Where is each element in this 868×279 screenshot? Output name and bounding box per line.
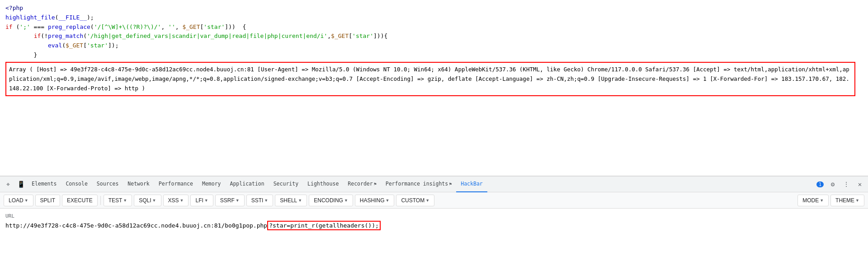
tab-performance[interactable]: Performance bbox=[154, 176, 198, 192]
tab-security[interactable]: Security bbox=[269, 176, 303, 192]
device-icon[interactable]: 📱 bbox=[14, 178, 27, 191]
recorder-icon: ⚑ bbox=[374, 181, 377, 186]
sqli-arrow: ▼ bbox=[152, 198, 156, 203]
more-options-icon[interactable]: ⋮ bbox=[840, 178, 853, 191]
hackbar-toolbar: LOAD▼ SPLIT EXECUTE TEST▼ SQLI▼ XSS▼ LFI… bbox=[0, 192, 868, 209]
xss-button[interactable]: XSS▼ bbox=[163, 195, 189, 206]
encoding-arrow: ▼ bbox=[344, 198, 348, 203]
tab-lighthouse[interactable]: Lighthouse bbox=[303, 176, 343, 192]
tab-elements[interactable]: Elements bbox=[27, 176, 61, 192]
mode-arrow: ▼ bbox=[820, 198, 824, 203]
tab-memory[interactable]: Memory bbox=[198, 176, 226, 192]
sqli-button[interactable]: SQLI▼ bbox=[134, 195, 161, 206]
test-arrow: ▼ bbox=[123, 198, 127, 203]
theme-arrow: ▼ bbox=[855, 198, 859, 203]
notification-badge: 1 bbox=[816, 181, 824, 187]
code-line-1: <?php bbox=[5, 4, 863, 13]
performance-insights-icon: ⚑ bbox=[449, 181, 452, 186]
hashing-button[interactable]: HASHING▼ bbox=[355, 195, 395, 206]
split-button[interactable]: SPLIT bbox=[35, 195, 60, 206]
url-area: URL http://49e3f728-c4c8-475e-9d0c-a58d1… bbox=[0, 209, 868, 236]
url-label: URL bbox=[5, 213, 863, 219]
settings-icon[interactable]: ⚙ bbox=[826, 178, 839, 191]
mode-button[interactable]: MODE▼ bbox=[797, 195, 829, 206]
code-line-3: if (';' === preg_replace('/[^\W]+\((?R)?… bbox=[5, 23, 863, 32]
tab-sources[interactable]: Sources bbox=[92, 176, 123, 192]
cursor-icon[interactable]: ⌖ bbox=[2, 178, 14, 191]
tab-console[interactable]: Console bbox=[61, 176, 92, 192]
url-value: http://49e3f728-c4c8-475e-9d0c-a58d12ac6… bbox=[5, 221, 863, 230]
hashing-arrow: ▼ bbox=[386, 198, 390, 203]
custom-arrow: ▼ bbox=[425, 198, 429, 203]
devtools-bar: ⌖ 📱 Elements Console Sources Network Per… bbox=[0, 176, 868, 192]
ssti-arrow: ▼ bbox=[264, 198, 268, 203]
url-highlight-part: ?star=print_r(getallheaders()); bbox=[267, 221, 381, 230]
code-area: <?php highlight_file(__FILE__); if (';' … bbox=[0, 0, 868, 176]
load-arrow: ▼ bbox=[24, 198, 28, 203]
shell-arrow: ▼ bbox=[298, 198, 302, 203]
tab-network[interactable]: Network bbox=[123, 176, 154, 192]
lfi-arrow: ▼ bbox=[204, 198, 208, 203]
shell-button[interactable]: SHELL▼ bbox=[275, 195, 307, 206]
encoding-button[interactable]: ENCODING▼ bbox=[309, 195, 353, 206]
code-line-6: } bbox=[5, 51, 863, 60]
hackbar-right-buttons: MODE▼ THEME▼ bbox=[797, 195, 864, 206]
tab-recorder[interactable]: Recorder⚑ bbox=[343, 176, 381, 192]
theme-button[interactable]: THEME▼ bbox=[830, 195, 864, 206]
close-icon[interactable]: ✕ bbox=[854, 178, 866, 191]
tab-performance-insights[interactable]: Performance insights⚑ bbox=[381, 176, 457, 192]
code-line-2: highlight_file(__FILE__); bbox=[5, 13, 863, 23]
tab-hackbar[interactable]: HackBar bbox=[456, 176, 487, 192]
custom-button[interactable]: CUSTOM▼ bbox=[396, 195, 434, 206]
xss-arrow: ▼ bbox=[180, 198, 184, 203]
url-plain-part: http://49e3f728-c4c8-475e-9d0c-a58d12ac6… bbox=[5, 222, 267, 229]
separator-1 bbox=[100, 196, 101, 205]
code-line-5: eval($_GET['star']); bbox=[5, 41, 863, 51]
ssrf-button[interactable]: SSRF▼ bbox=[215, 195, 245, 206]
ssti-button[interactable]: SSTI▼ bbox=[246, 195, 274, 206]
devtools-right-controls: 1 ⚙ ⋮ ✕ bbox=[816, 178, 866, 191]
code-line-4: if(!preg_match('/high|get_defined_vars|s… bbox=[5, 32, 863, 41]
execute-button[interactable]: EXECUTE bbox=[62, 195, 98, 206]
array-output: Array ( [Host] => 49e3f728-c4c8-475e-9d0… bbox=[5, 62, 855, 96]
test-button[interactable]: TEST▼ bbox=[104, 195, 132, 206]
lfi-button[interactable]: LFI▼ bbox=[190, 195, 213, 206]
tab-application[interactable]: Application bbox=[226, 176, 269, 192]
ssrf-arrow: ▼ bbox=[236, 198, 240, 203]
load-button[interactable]: LOAD▼ bbox=[4, 195, 33, 206]
